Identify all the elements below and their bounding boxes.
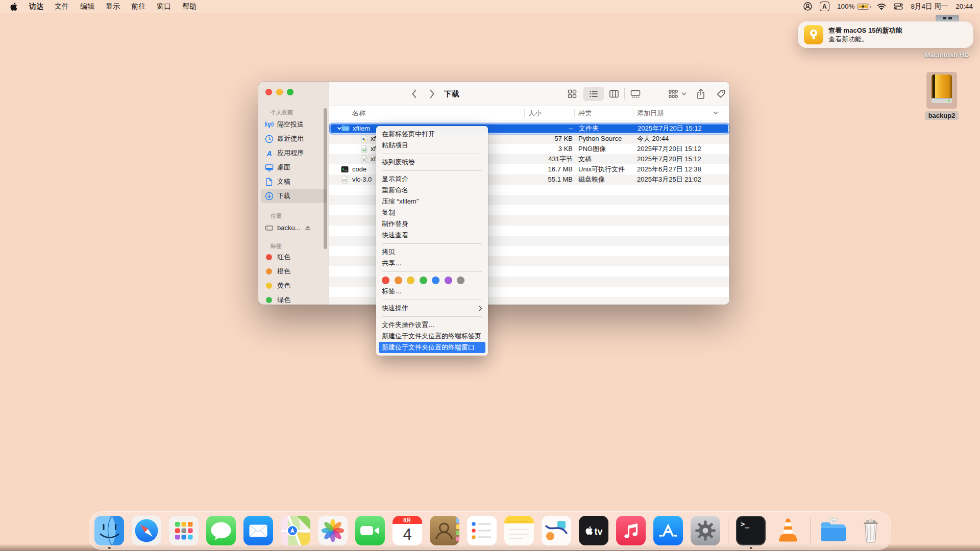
tag-color-dot[interactable] xyxy=(407,277,414,284)
icon-view-button[interactable] xyxy=(568,89,577,99)
dock-item-mail[interactable] xyxy=(243,516,273,545)
notification-banner[interactable]: 查看 macOS 15的新功能 查看新功能。 xyxy=(798,21,973,48)
dock-item-music[interactable] xyxy=(616,516,646,545)
user-account-icon[interactable] xyxy=(803,2,812,11)
group-button[interactable] xyxy=(668,89,678,99)
sidebar-item-橙色[interactable]: 橙色 xyxy=(261,264,327,279)
menubar-menu-3[interactable]: 显示 xyxy=(100,0,126,13)
dock-item-messages[interactable] xyxy=(206,516,236,545)
sidebar-item-label: 隔空投送 xyxy=(277,120,304,129)
share-button[interactable] xyxy=(696,89,706,99)
menu-item-12[interactable]: 拷贝 xyxy=(376,246,488,258)
forward-button[interactable] xyxy=(429,89,435,99)
sidebar-item-红色[interactable]: 红色 xyxy=(261,250,327,264)
dock-item-vlc[interactable] xyxy=(773,516,803,545)
finder-sidebar: 个人收藏隔空投送最近使用A应用程序桌面文稿下载位置backu...标签红色橙色黄… xyxy=(258,82,329,305)
menubar-menu-app[interactable]: 访达 xyxy=(23,0,49,13)
menu-item-6[interactable]: 重新命名 xyxy=(376,185,488,196)
dock-item-freeform[interactable] xyxy=(542,516,571,545)
dock-item-downloads-folder[interactable] xyxy=(819,516,848,545)
sidebar-item-应用程序[interactable]: A应用程序 xyxy=(261,146,327,160)
desktop: { "menu_bar": { "app_menus": ["访达", "文件"… xyxy=(0,0,980,551)
menubar-menu-1[interactable]: 文件 xyxy=(49,0,75,13)
tag-color-dot[interactable] xyxy=(445,277,452,284)
sidebar-scrollbar[interactable] xyxy=(324,108,327,249)
control-center-icon[interactable] xyxy=(894,3,903,10)
dock-item-maps[interactable] xyxy=(281,516,310,545)
dock-item-contacts[interactable] xyxy=(430,516,459,545)
tag-color-dot[interactable] xyxy=(420,277,427,284)
menu-item-7[interactable]: 压缩 “xfilem” xyxy=(376,196,488,207)
dock-item-apple-tv[interactable]: tv xyxy=(579,516,608,545)
sidebar-item-黄色[interactable]: 黄色 xyxy=(261,279,327,293)
sidebar-item-下载[interactable]: 下载 xyxy=(261,189,327,203)
dock-item-safari[interactable] xyxy=(132,516,161,545)
eject-icon[interactable] xyxy=(304,224,311,231)
menu-item-18[interactable]: 快速操作 xyxy=(376,303,488,314)
menu-item-21[interactable]: 新建位于文件夹位置的终端标签页 xyxy=(376,331,488,342)
input-source-badge[interactable]: A xyxy=(820,2,829,11)
menu-item-0[interactable]: 在新标签页中打开 xyxy=(376,129,488,140)
menu-item-20[interactable]: 文件夹操作设置… xyxy=(376,319,488,331)
tag-color-dot[interactable] xyxy=(457,277,464,284)
menu-item-16[interactable]: 标签… xyxy=(376,286,488,297)
battery-status[interactable]: 100% xyxy=(837,3,870,10)
sidebar-item-文稿[interactable]: 文稿 xyxy=(261,174,327,189)
zoom-window-button[interactable] xyxy=(287,89,293,95)
sidebar-item-backu...[interactable]: backu... xyxy=(261,220,327,235)
dock-item-finder[interactable] xyxy=(94,516,124,545)
dock-item-system-settings[interactable] xyxy=(691,516,720,545)
menubar-date[interactable]: 8月4日 周一 xyxy=(911,2,948,11)
dock-item-photos[interactable] xyxy=(318,516,348,545)
sidebar-item-桌面[interactable]: 桌面 xyxy=(261,160,327,174)
column-header-1[interactable]: 大小 xyxy=(528,106,542,120)
wifi-icon[interactable] xyxy=(877,3,886,10)
dock-item-calendar[interactable]: 8月4 xyxy=(393,516,422,545)
tag-color-dot[interactable] xyxy=(382,277,389,284)
backup2-label[interactable]: backup2 xyxy=(921,111,962,120)
file-name: vlc-3.0 xyxy=(352,174,372,185)
image-file-icon xyxy=(360,145,369,153)
sidebar-item-隔空投送[interactable]: 隔空投送 xyxy=(261,117,327,132)
back-button[interactable] xyxy=(411,89,417,99)
dock-item-facetime[interactable] xyxy=(355,516,385,545)
menu-item-3[interactable]: 移到废纸篓 xyxy=(376,157,488,168)
menubar-menu-6[interactable]: 帮助 xyxy=(177,0,202,13)
sidebar-item-绿色[interactable]: 绿色 xyxy=(261,293,327,305)
dock-item-terminal[interactable]: >_ xyxy=(736,516,766,545)
dock-item-launchpad[interactable] xyxy=(169,516,199,545)
list-view-button[interactable] xyxy=(589,89,599,99)
menu-item-5[interactable]: 显示简介 xyxy=(376,173,488,185)
apple-menu-icon[interactable] xyxy=(7,3,23,11)
menubar-menu-2[interactable]: 编辑 xyxy=(75,0,100,13)
document-icon xyxy=(264,178,274,186)
column-header-2[interactable]: 种类 xyxy=(578,106,592,120)
menubar-time[interactable]: 20:44 xyxy=(955,3,973,10)
dock-item-reminders[interactable] xyxy=(467,516,497,545)
minimize-window-button[interactable] xyxy=(276,89,283,95)
gallery-view-button[interactable] xyxy=(630,89,641,99)
close-window-button[interactable] xyxy=(265,89,272,95)
dock-item-app-store[interactable] xyxy=(653,516,683,545)
group-chevron-icon[interactable] xyxy=(681,92,687,96)
menu-item-22[interactable]: 新建位于文件夹位置的终端窗口 xyxy=(379,342,485,353)
tag-button[interactable] xyxy=(717,89,726,99)
menubar-menu-4[interactable]: 前往 xyxy=(126,0,151,13)
sidebar-item-最近使用[interactable]: 最近使用 xyxy=(261,132,327,146)
sort-direction-icon[interactable] xyxy=(713,111,718,115)
dock-item-trash[interactable] xyxy=(856,516,886,545)
dock-item-notes[interactable] xyxy=(504,516,534,545)
tag-color-dot[interactable] xyxy=(432,277,439,284)
column-view-button[interactable] xyxy=(609,89,619,99)
backup2-volume-icon[interactable] xyxy=(926,72,957,109)
menu-item-1[interactable]: 粘贴项目 xyxy=(376,140,488,151)
menu-item-8[interactable]: 复制 xyxy=(376,207,488,218)
macintosh-hd-label[interactable]: Macintosh HD xyxy=(909,51,980,59)
menu-item-10[interactable]: 快速查看 xyxy=(376,230,488,241)
tag-color-dot[interactable] xyxy=(395,277,402,284)
menu-item-13[interactable]: 共享… xyxy=(376,258,488,269)
column-header-0[interactable]: 名称 xyxy=(352,106,365,120)
menu-item-9[interactable]: 制作替身 xyxy=(376,218,488,230)
column-header-3[interactable]: 添加日期 xyxy=(637,106,664,120)
menubar-menu-5[interactable]: 窗口 xyxy=(151,0,177,13)
